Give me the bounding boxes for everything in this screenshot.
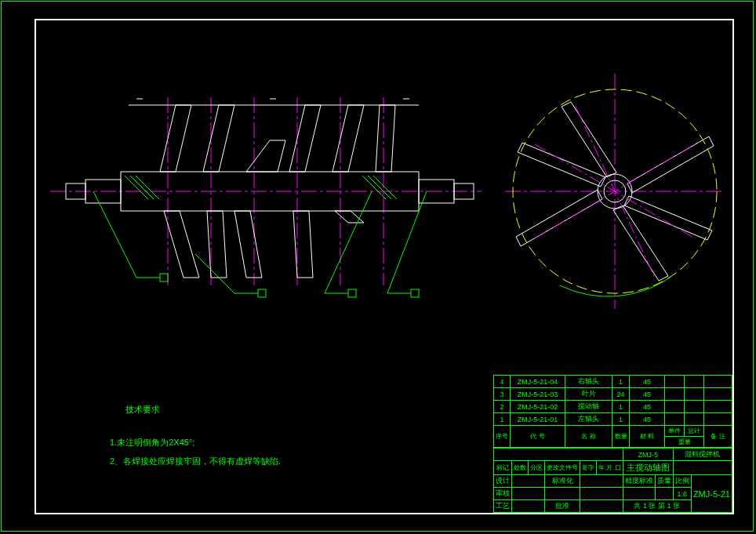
tech-req-line-2: 2、各焊接处应焊接牢固，不得有虚焊等缺陷. [110, 452, 281, 470]
drawing-number: ZMJ-5-21 [691, 475, 732, 513]
svg-line-30 [325, 191, 372, 293]
bom-row: 2 ZMJ-5-21-02 搅动轴 1 45 [494, 401, 732, 413]
sheet-info: 共 1 张 第 1 张 [623, 500, 691, 513]
bom-header-row: 序号 代 号 名 称 数量 材 料 单件 总计 备 注 [494, 426, 732, 437]
bom-table: 4 ZMJ-5-21-04 右轴头 1 45 3 ZMJ-5-21-03 叶片 … [493, 375, 732, 448]
svg-rect-35 [411, 289, 419, 297]
project-name: 混料搅拌机 [673, 449, 732, 461]
svg-line-27 [195, 254, 234, 293]
svg-line-24 [93, 191, 136, 278]
tech-req-title: 技术要求 [125, 400, 281, 419]
svg-line-20 [373, 176, 397, 199]
svg-line-22 [130, 176, 154, 199]
scale-value: 1:6 [673, 488, 691, 500]
title-block: 4 ZMJ-5-21-04 右轴头 1 45 3 ZMJ-5-21-03 叶片 … [493, 375, 732, 513]
bom-row: 4 ZMJ-5-21-04 右轴头 1 45 [494, 376, 732, 388]
svg-line-33 [387, 191, 427, 293]
svg-rect-32 [348, 289, 356, 297]
title-info-table: ZMJ-5 混料搅拌机 主搅动轴图 标记 处数 分区 更改文件号 签字 年.月.… [493, 448, 732, 513]
project-code: ZMJ-5 [623, 449, 673, 461]
tech-req-line-1: 1.未注明倒角为2X45°; [110, 433, 281, 452]
bom-row: 1 ZMJ-5-21-01 左轴头 1 45 [494, 413, 732, 426]
svg-line-19 [368, 176, 391, 199]
svg-rect-29 [258, 289, 266, 297]
svg-rect-26 [160, 274, 168, 282]
svg-line-23 [136, 176, 159, 199]
drawing-title: 主搅动轴图 [623, 461, 673, 475]
bom-row: 3 ZMJ-5-21-03 叶片 24 45 [494, 388, 732, 401]
technical-requirements: 技术要求 1.未注明倒角为2X45°; 2、各焊接处应焊接牢固，不得有虚焊等缺陷… [110, 400, 281, 471]
svg-line-18 [362, 176, 386, 199]
svg-line-21 [125, 176, 148, 199]
